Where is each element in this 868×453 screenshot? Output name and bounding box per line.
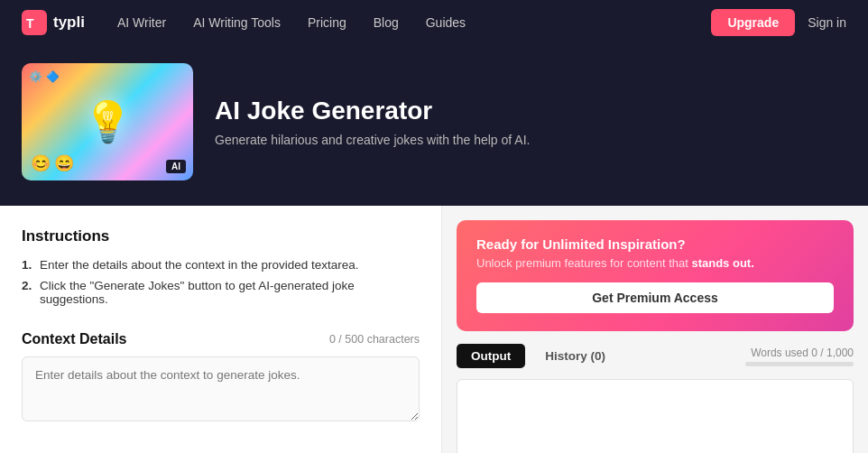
step-text-1: Enter the details about the context in t… xyxy=(40,258,358,272)
premium-access-button[interactable]: Get Premium Access xyxy=(476,282,834,313)
instruction-step-2: 2. Click the "Generate Jokes" button to … xyxy=(22,279,420,306)
tab-history[interactable]: History (0) xyxy=(531,344,620,368)
bulb-emoji: 💡 xyxy=(83,98,133,145)
hero-emoji-row: 😊😄 xyxy=(31,153,74,173)
upgrade-button[interactable]: Upgrade xyxy=(711,9,795,36)
navbar: T typli AI Writer AI Writing Tools Prici… xyxy=(0,0,868,45)
instruction-step-1: 1. Enter the details about the context i… xyxy=(22,258,420,272)
logo-text: typli xyxy=(53,14,85,32)
nav-link-blog[interactable]: Blog xyxy=(361,10,411,35)
logo[interactable]: T typli xyxy=(22,10,85,35)
hero-image: 💡 ⚙️ 🔷 😊😄 AI xyxy=(22,63,193,180)
tab-output[interactable]: Output xyxy=(457,344,525,368)
svg-text:T: T xyxy=(26,16,34,31)
words-used-text: Words used xyxy=(751,347,808,359)
char-count: 0 / 500 characters xyxy=(329,333,420,346)
context-title: Context Details xyxy=(22,331,126,347)
main-content: Instructions 1. Enter the details about … xyxy=(0,206,868,453)
promo-title: Ready for Unlimited Inspiration? xyxy=(476,236,834,252)
typli-logo-icon: T xyxy=(22,10,47,35)
step-num-1: 1. xyxy=(22,258,34,272)
words-used-value: 0 / 1,000 xyxy=(811,347,854,359)
instructions-title: Instructions xyxy=(22,227,420,245)
step-num-2: 2. xyxy=(22,279,34,306)
instructions-list: 1. Enter the details about the context i… xyxy=(22,258,420,306)
signin-button[interactable]: Sign in xyxy=(808,15,846,30)
nav-right: Upgrade Sign in xyxy=(711,9,846,36)
hero-subtitle: Generate hilarious and creative jokes wi… xyxy=(215,133,530,147)
nav-link-ai-writing-tools[interactable]: AI Writing Tools xyxy=(180,10,293,35)
promo-card: Ready for Unlimited Inspiration? Unlock … xyxy=(457,220,854,331)
hero-image-inner: 💡 ⚙️ 🔷 😊😄 AI xyxy=(22,63,193,180)
context-textarea[interactable] xyxy=(22,356,420,421)
progress-bar-bg xyxy=(745,362,854,366)
promo-subtitle-plain: Unlock premium features for content that xyxy=(476,256,691,270)
nav-link-ai-writer[interactable]: AI Writer xyxy=(105,10,179,35)
hero-ai-badge: AI xyxy=(166,160,186,173)
nav-links: AI Writer AI Writing Tools Pricing Blog … xyxy=(105,10,707,35)
tabs: Output History (0) xyxy=(457,344,620,368)
output-area xyxy=(457,379,854,453)
hero-decoration-circles: ⚙️ 🔷 xyxy=(29,70,60,83)
hero-banner: 💡 ⚙️ 🔷 😊😄 AI AI Joke Generator Generate … xyxy=(0,45,868,206)
right-panel: Ready for Unlimited Inspiration? Unlock … xyxy=(442,206,868,453)
context-header: Context Details 0 / 500 characters xyxy=(22,331,420,347)
step-text-2: Click the "Generate Jokes" button to get… xyxy=(40,279,420,306)
hero-title: AI Joke Generator xyxy=(215,97,530,125)
nav-link-guides[interactable]: Guides xyxy=(413,10,478,35)
nav-link-pricing[interactable]: Pricing xyxy=(295,10,359,35)
promo-subtitle: Unlock premium features for content that… xyxy=(476,256,834,270)
promo-subtitle-bold: stands out. xyxy=(691,256,753,270)
hero-text-block: AI Joke Generator Generate hilarious and… xyxy=(215,97,530,147)
words-used-label: Words used 0 / 1,000 xyxy=(745,347,854,359)
tabs-row: Output History (0) Words used 0 / 1,000 xyxy=(442,331,868,374)
left-panel: Instructions 1. Enter the details about … xyxy=(0,206,442,453)
words-used-block: Words used 0 / 1,000 xyxy=(745,347,854,366)
